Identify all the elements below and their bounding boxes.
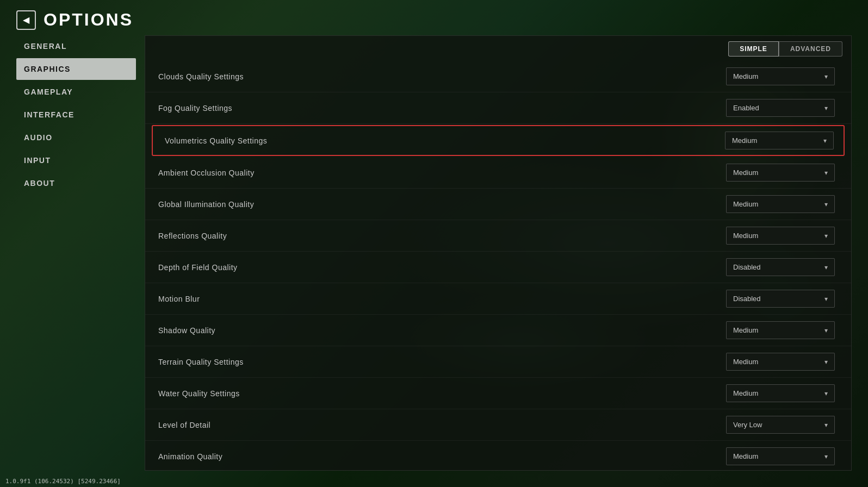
setting-label-water-quality: Water Quality Settings: [158, 389, 715, 398]
chevron-down-icon: ▾: [824, 295, 828, 303]
chevron-down-icon: ▾: [824, 453, 828, 460]
setting-value-level-of-detail: Very Low: [733, 421, 762, 429]
setting-dropdown-fog-quality[interactable]: Enabled▾: [726, 99, 835, 117]
back-icon: ◀: [23, 15, 29, 25]
setting-dropdown-animation-quality[interactable]: Medium▾: [726, 447, 835, 465]
sidebar-item-graphics[interactable]: GRAPHICS: [16, 58, 136, 80]
status-bar: 1.0.9f1 (106.24532) [5249.23466]: [0, 476, 868, 487]
tab-simple[interactable]: SIMPLE: [728, 41, 779, 57]
setting-label-volumetrics-quality: Volumetrics Quality Settings: [165, 136, 714, 145]
chevron-down-icon: ▾: [823, 137, 827, 145]
setting-row-depth-of-field: Depth of Field QualityDisabled▾: [145, 252, 851, 283]
setting-label-reflections-quality: Reflections Quality: [158, 232, 715, 240]
setting-row-animation-quality: Animation QualityMedium▾: [145, 441, 851, 470]
setting-dropdown-volumetrics-quality[interactable]: Medium▾: [725, 132, 834, 149]
setting-value-global-illumination: Medium: [733, 200, 758, 208]
setting-row-shadow-quality: Shadow QualityMedium▾: [145, 315, 851, 346]
setting-value-animation-quality: Medium: [733, 452, 758, 460]
sidebar-item-about[interactable]: ABOUT: [16, 172, 136, 194]
chevron-down-icon: ▾: [824, 390, 828, 397]
page-title: OPTIONS: [44, 10, 133, 30]
setting-dropdown-terrain-quality[interactable]: Medium▾: [726, 353, 835, 371]
setting-value-depth-of-field: Disabled: [733, 263, 761, 271]
chevron-down-icon: ▾: [824, 421, 828, 429]
setting-value-volumetrics-quality: Medium: [732, 136, 757, 145]
setting-value-motion-blur: Disabled: [733, 295, 761, 303]
setting-row-terrain-quality: Terrain Quality SettingsMedium▾: [145, 346, 851, 378]
chevron-down-icon: ▾: [824, 169, 828, 177]
setting-value-clouds-quality: Medium: [733, 72, 758, 80]
setting-value-fog-quality: Enabled: [733, 104, 759, 112]
content-area: GENERALGRAPHICSGAMEPLAYINTERFACEAUDIOINP…: [0, 35, 868, 487]
setting-dropdown-shadow-quality[interactable]: Medium▾: [726, 321, 835, 339]
chevron-down-icon: ▾: [824, 232, 828, 240]
setting-label-global-illumination: Global Illumination Quality: [158, 200, 715, 209]
setting-value-ambient-occlusion: Medium: [733, 168, 758, 177]
setting-dropdown-clouds-quality[interactable]: Medium▾: [726, 67, 835, 85]
setting-row-motion-blur: Motion BlurDisabled▾: [145, 283, 851, 315]
chevron-down-icon: ▾: [824, 358, 828, 366]
setting-label-terrain-quality: Terrain Quality Settings: [158, 358, 715, 366]
main-container: ◀ OPTIONS GENERALGRAPHICSGAMEPLAYINTERFA…: [0, 0, 868, 487]
setting-label-fog-quality: Fog Quality Settings: [158, 104, 715, 113]
setting-label-motion-blur: Motion Blur: [158, 295, 715, 303]
setting-dropdown-water-quality[interactable]: Medium▾: [726, 384, 835, 402]
sidebar: GENERALGRAPHICSGAMEPLAYINTERFACEAUDIOINP…: [16, 35, 136, 471]
settings-list[interactable]: Clouds Quality SettingsMedium▾Fog Qualit…: [145, 57, 851, 470]
chevron-down-icon: ▾: [824, 73, 828, 80]
setting-row-reflections-quality: Reflections QualityMedium▾: [145, 220, 851, 252]
chevron-down-icon: ▾: [824, 327, 828, 334]
setting-value-terrain-quality: Medium: [733, 358, 758, 366]
main-panel: SIMPLEADVANCED Clouds Quality SettingsMe…: [145, 35, 852, 471]
sidebar-item-general[interactable]: GENERAL: [16, 35, 136, 57]
setting-value-shadow-quality: Medium: [733, 326, 758, 334]
sidebar-item-gameplay[interactable]: GAMEPLAY: [16, 81, 136, 103]
setting-dropdown-level-of-detail[interactable]: Very Low▾: [726, 416, 835, 434]
chevron-down-icon: ▾: [824, 104, 828, 112]
setting-label-shadow-quality: Shadow Quality: [158, 326, 715, 335]
setting-label-clouds-quality: Clouds Quality Settings: [158, 72, 715, 81]
setting-value-water-quality: Medium: [733, 389, 758, 397]
status-text: 1.0.9f1 (106.24532) [5249.23466]: [5, 478, 121, 485]
setting-dropdown-reflections-quality[interactable]: Medium▾: [726, 227, 835, 245]
setting-dropdown-ambient-occlusion[interactable]: Medium▾: [726, 164, 835, 182]
tab-bar: SIMPLEADVANCED: [145, 36, 851, 57]
setting-dropdown-motion-blur[interactable]: Disabled▾: [726, 290, 835, 308]
header: ◀ OPTIONS: [0, 0, 868, 35]
back-button[interactable]: ◀: [16, 10, 36, 30]
setting-row-global-illumination: Global Illumination QualityMedium▾: [145, 189, 851, 220]
setting-row-ambient-occlusion: Ambient Occlusion QualityMedium▾: [145, 157, 851, 189]
sidebar-item-input[interactable]: INPUT: [16, 149, 136, 171]
chevron-down-icon: ▾: [824, 201, 828, 208]
setting-row-fog-quality: Fog Quality SettingsEnabled▾: [145, 92, 851, 124]
chevron-down-icon: ▾: [824, 264, 828, 271]
setting-row-level-of-detail: Level of DetailVery Low▾: [145, 409, 851, 441]
setting-row-clouds-quality: Clouds Quality SettingsMedium▾: [145, 61, 851, 92]
tab-advanced[interactable]: ADVANCED: [779, 41, 842, 57]
setting-dropdown-depth-of-field[interactable]: Disabled▾: [726, 258, 835, 276]
setting-label-depth-of-field: Depth of Field Quality: [158, 263, 715, 272]
setting-label-animation-quality: Animation Quality: [158, 452, 715, 461]
setting-label-level-of-detail: Level of Detail: [158, 421, 715, 429]
sidebar-item-audio[interactable]: AUDIO: [16, 127, 136, 148]
setting-dropdown-global-illumination[interactable]: Medium▾: [726, 195, 835, 213]
setting-row-water-quality: Water Quality SettingsMedium▾: [145, 378, 851, 409]
setting-label-ambient-occlusion: Ambient Occlusion Quality: [158, 168, 715, 177]
setting-value-reflections-quality: Medium: [733, 232, 758, 240]
setting-row-volumetrics-quality: Volumetrics Quality SettingsMedium▾: [152, 125, 845, 156]
sidebar-item-interface[interactable]: INTERFACE: [16, 104, 136, 126]
